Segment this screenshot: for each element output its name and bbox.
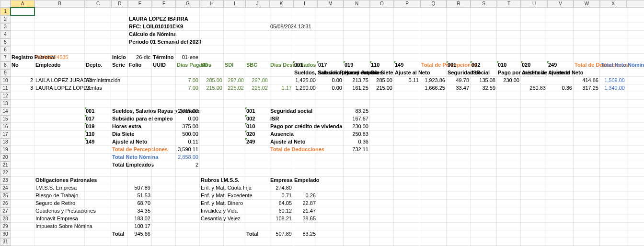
cell[interactable] bbox=[626, 223, 644, 230]
cell[interactable] bbox=[200, 169, 224, 177]
cell[interactable] bbox=[34, 46, 85, 54]
cell[interactable] bbox=[626, 169, 644, 177]
cell[interactable] bbox=[293, 238, 317, 246]
cell[interactable] bbox=[245, 69, 269, 77]
cell[interactable] bbox=[85, 223, 111, 230]
cell[interactable] bbox=[176, 100, 200, 108]
cell[interactable] bbox=[471, 207, 497, 215]
cell[interactable] bbox=[497, 115, 521, 123]
cell[interactable]: 317.25 bbox=[574, 84, 600, 92]
cell[interactable] bbox=[344, 177, 370, 184]
cell[interactable]: 019 bbox=[344, 61, 370, 69]
cell[interactable] bbox=[85, 15, 111, 23]
row-header[interactable]: 31 bbox=[0, 238, 11, 246]
cell[interactable]: ISR bbox=[471, 69, 497, 77]
cell[interactable]: 017 bbox=[317, 61, 344, 69]
cell[interactable] bbox=[245, 200, 269, 207]
cell[interactable] bbox=[370, 223, 394, 230]
cell[interactable] bbox=[224, 200, 245, 207]
cell[interactable] bbox=[293, 8, 317, 15]
cell[interactable] bbox=[626, 100, 644, 108]
cell[interactable] bbox=[547, 184, 574, 192]
col-header[interactable]: Y bbox=[626, 0, 644, 8]
cell[interactable] bbox=[176, 46, 200, 54]
cell[interactable] bbox=[471, 177, 497, 184]
cell[interactable]: 0.36 bbox=[344, 138, 370, 146]
cell[interactable] bbox=[521, 131, 547, 138]
row-header[interactable]: 30 bbox=[0, 230, 11, 238]
cell[interactable] bbox=[152, 23, 176, 31]
cell[interactable] bbox=[420, 100, 447, 108]
row-header[interactable]: 11 bbox=[0, 84, 11, 92]
cell[interactable]: 26-dic bbox=[128, 54, 152, 61]
cell[interactable]: 100.17 bbox=[128, 223, 152, 230]
cell[interactable] bbox=[574, 146, 600, 154]
cell[interactable] bbox=[224, 184, 245, 192]
cell[interactable] bbox=[269, 38, 293, 46]
cell[interactable] bbox=[420, 215, 447, 223]
cell[interactable] bbox=[420, 161, 447, 169]
cell[interactable] bbox=[497, 184, 521, 192]
cell[interactable] bbox=[111, 77, 128, 84]
cell[interactable]: 83.25 bbox=[293, 230, 317, 238]
cell[interactable] bbox=[111, 177, 128, 184]
cell[interactable] bbox=[600, 8, 626, 15]
cell[interactable] bbox=[317, 215, 344, 223]
row-header[interactable]: 27 bbox=[0, 207, 11, 215]
cell[interactable] bbox=[574, 108, 600, 115]
cell[interactable]: 249 bbox=[547, 61, 574, 69]
cell[interactable] bbox=[497, 31, 521, 38]
cell[interactable] bbox=[344, 31, 370, 38]
cell[interactable] bbox=[574, 100, 600, 108]
cell[interactable]: 32.59 bbox=[471, 84, 497, 92]
cell[interactable] bbox=[128, 161, 152, 169]
cell[interactable] bbox=[626, 230, 644, 238]
cell[interactable]: Total bbox=[245, 230, 269, 238]
cell[interactable] bbox=[128, 138, 152, 146]
cell[interactable]: 001 bbox=[447, 61, 471, 69]
cell[interactable]: 1,509.00 bbox=[600, 77, 626, 84]
cell[interactable] bbox=[600, 38, 626, 46]
cell[interactable] bbox=[394, 230, 420, 238]
cell[interactable] bbox=[574, 200, 600, 207]
cell[interactable] bbox=[420, 230, 447, 238]
cell[interactable] bbox=[344, 230, 370, 238]
cell[interactable] bbox=[293, 184, 317, 192]
cell[interactable] bbox=[111, 69, 128, 77]
cell[interactable] bbox=[497, 223, 521, 230]
cell[interactable] bbox=[574, 92, 600, 100]
cell[interactable] bbox=[128, 177, 152, 184]
cell[interactable] bbox=[317, 46, 344, 54]
cell[interactable] bbox=[497, 238, 521, 246]
cell[interactable] bbox=[344, 200, 370, 207]
cell[interactable] bbox=[447, 23, 471, 31]
cell[interactable] bbox=[521, 54, 547, 61]
cell[interactable] bbox=[200, 115, 224, 123]
cell[interactable] bbox=[521, 108, 547, 115]
cell[interactable] bbox=[317, 123, 344, 131]
cell[interactable]: Horas extra bbox=[344, 69, 370, 77]
cell[interactable] bbox=[497, 131, 521, 138]
cell[interactable] bbox=[269, 31, 293, 38]
cell[interactable] bbox=[521, 230, 547, 238]
cell[interactable]: SD bbox=[200, 61, 224, 69]
cell[interactable] bbox=[128, 108, 152, 115]
cell[interactable]: 225.02 bbox=[224, 84, 245, 92]
cell[interactable] bbox=[626, 238, 644, 246]
cell[interactable]: 22.87 bbox=[293, 200, 317, 207]
cell[interactable] bbox=[547, 108, 574, 115]
cell[interactable] bbox=[547, 207, 574, 215]
cell[interactable] bbox=[317, 23, 344, 31]
cell[interactable] bbox=[11, 154, 34, 161]
cell[interactable] bbox=[111, 8, 128, 15]
cell[interactable]: 507.89 bbox=[269, 230, 293, 238]
cell[interactable]: 215.00 bbox=[370, 84, 394, 92]
cell[interactable] bbox=[200, 223, 224, 230]
cell[interactable] bbox=[128, 131, 152, 138]
cell[interactable] bbox=[521, 238, 547, 246]
cell[interactable] bbox=[521, 154, 547, 161]
cell[interactable] bbox=[152, 200, 176, 207]
cell[interactable] bbox=[447, 15, 471, 23]
cell[interactable] bbox=[626, 31, 644, 38]
cell[interactable] bbox=[128, 123, 152, 131]
